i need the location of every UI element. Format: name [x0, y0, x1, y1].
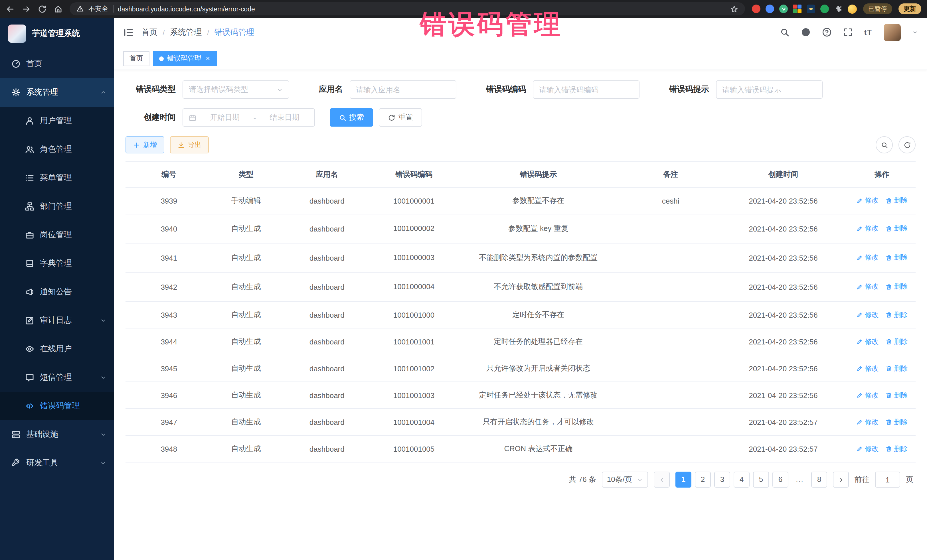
tab-close-icon[interactable]: [205, 55, 211, 62]
tab[interactable]: 首页: [123, 51, 149, 66]
sidebar-item-dept[interactable]: 部门管理: [0, 192, 114, 221]
fullscreen-icon[interactable]: [843, 27, 853, 37]
app-name-input[interactable]: [350, 80, 456, 99]
extension-grid-icon[interactable]: [793, 5, 801, 13]
sidebar-item-online[interactable]: 在线用户: [0, 335, 114, 363]
extensions-puzzle-icon[interactable]: [834, 5, 843, 13]
delete-link[interactable]: 删除: [885, 310, 907, 320]
extension-on-badge[interactable]: on: [807, 5, 815, 13]
user-avatar[interactable]: [884, 24, 901, 41]
pager-page-2[interactable]: 2: [695, 472, 711, 488]
cell-app: dashboard: [280, 214, 374, 243]
address-bar[interactable]: 不安全 dashboard.yudao.iocoder.cn/system/er…: [70, 2, 745, 15]
pager-ellipsis[interactable]: ...: [792, 472, 808, 488]
breadcrumb-item[interactable]: 系统管理: [170, 27, 202, 37]
delete-link[interactable]: 删除: [885, 253, 907, 263]
table-row: 3944自动生成dashboard1001001001定时任务的处理器已经存在2…: [126, 328, 916, 355]
edit-link[interactable]: 修改: [856, 390, 878, 400]
cell-remark: [623, 328, 718, 355]
extension-red-icon[interactable]: [752, 5, 760, 13]
pager-page-4[interactable]: 4: [734, 472, 749, 488]
sidebar-item-devtools[interactable]: 研发工具: [0, 449, 114, 477]
search-icon[interactable]: [780, 27, 789, 37]
delete-link[interactable]: 删除: [885, 417, 907, 427]
pencil-icon: [856, 284, 863, 290]
github-icon[interactable]: [801, 27, 810, 37]
sidebar-item-dict[interactable]: 字典管理: [0, 249, 114, 278]
edit-link[interactable]: 修改: [856, 282, 878, 292]
delete-link[interactable]: 删除: [885, 364, 907, 373]
extension-vue-icon[interactable]: [779, 5, 788, 13]
home-icon[interactable]: [54, 4, 63, 14]
sidebar-item-sms[interactable]: 短信管理: [0, 363, 114, 392]
edit-link[interactable]: 修改: [856, 364, 878, 373]
sidebar-item-post[interactable]: 岗位管理: [0, 221, 114, 249]
breadcrumb-item[interactable]: 首页: [141, 27, 158, 37]
sidebar-item-notice[interactable]: 通知公告: [0, 278, 114, 306]
edit-link[interactable]: 修改: [856, 417, 878, 427]
profile-emoji-avatar[interactable]: [848, 4, 857, 14]
sidebar-item-errorcode[interactable]: 错误码管理: [0, 392, 114, 420]
sidebar-item-system[interactable]: 系统管理: [0, 78, 114, 107]
edit-link[interactable]: 修改: [856, 224, 878, 234]
export-button[interactable]: 导出: [170, 136, 209, 153]
page-size-select[interactable]: 10条/页: [602, 472, 648, 488]
caret-down-icon[interactable]: [912, 29, 918, 35]
tab-active[interactable]: 错误码管理: [153, 51, 217, 66]
edit-link[interactable]: 修改: [856, 196, 878, 206]
back-icon[interactable]: [6, 4, 15, 14]
pager-page-6[interactable]: 6: [772, 472, 789, 488]
font-size-icon[interactable]: tT: [864, 28, 872, 36]
pager-page-1[interactable]: 1: [675, 472, 691, 488]
add-button[interactable]: 新增: [126, 136, 164, 153]
edit-link[interactable]: 修改: [856, 337, 878, 346]
pencil-icon: [856, 338, 863, 345]
bookmark-star-icon[interactable]: [730, 5, 738, 13]
sidebar-item-role[interactable]: 角色管理: [0, 135, 114, 164]
list-icon: [25, 173, 34, 182]
collapse-menu-icon[interactable]: [123, 27, 134, 37]
pager-page-8[interactable]: 8: [811, 472, 827, 488]
sidebar-item-menu[interactable]: 菜单管理: [0, 164, 114, 192]
pager-prev-button[interactable]: [654, 472, 670, 488]
error-type-select[interactable]: 请选择错误码类型: [182, 80, 289, 99]
pager-next-button[interactable]: [833, 472, 849, 488]
extension-green-icon[interactable]: [820, 5, 829, 13]
pager-page-5[interactable]: 5: [753, 472, 769, 488]
sidebar-logo[interactable]: 芋道管理系统: [0, 18, 114, 50]
date-range-picker[interactable]: 开始日期 - 结束日期: [182, 108, 315, 127]
refresh-button[interactable]: [898, 136, 916, 153]
update-button[interactable]: 更新: [898, 3, 921, 14]
delete-link[interactable]: 删除: [885, 444, 907, 454]
pager-page-3[interactable]: 3: [714, 472, 730, 488]
extension-blue-icon[interactable]: [766, 5, 774, 13]
forward-icon[interactable]: [22, 4, 31, 14]
paused-badge[interactable]: 已暂停: [863, 3, 892, 14]
omnibox-divider: [112, 5, 113, 12]
reload-icon[interactable]: [38, 4, 47, 14]
edit-link-label: 修改: [865, 390, 878, 400]
edit-link[interactable]: 修改: [856, 310, 878, 320]
delete-link[interactable]: 删除: [885, 196, 907, 206]
sidebar-item-infra[interactable]: 基础设施: [0, 420, 114, 449]
edit-link[interactable]: 修改: [856, 253, 878, 263]
delete-link[interactable]: 删除: [885, 282, 907, 292]
sidebar-item-audit[interactable]: 审计日志: [0, 306, 114, 335]
pencil-icon: [856, 365, 863, 372]
delete-link[interactable]: 删除: [885, 390, 907, 400]
goto-page-input[interactable]: [875, 472, 900, 488]
edit-icon: [25, 316, 34, 325]
sidebar-item-user[interactable]: 用户管理: [0, 107, 114, 135]
reset-button[interactable]: 重置: [379, 108, 422, 127]
error-code-input[interactable]: [533, 80, 640, 99]
delete-link[interactable]: 删除: [885, 224, 907, 234]
edit-link[interactable]: 修改: [856, 444, 878, 454]
help-icon[interactable]: [822, 27, 831, 37]
error-msg-input[interactable]: [716, 80, 823, 99]
cell-remark: [623, 243, 718, 272]
delete-link[interactable]: 删除: [885, 337, 907, 346]
sidebar-item-home[interactable]: 首页: [0, 50, 114, 78]
toggle-search-button[interactable]: [876, 136, 893, 153]
cell-code: 1001000002: [374, 214, 453, 243]
search-button[interactable]: 搜索: [330, 108, 373, 127]
